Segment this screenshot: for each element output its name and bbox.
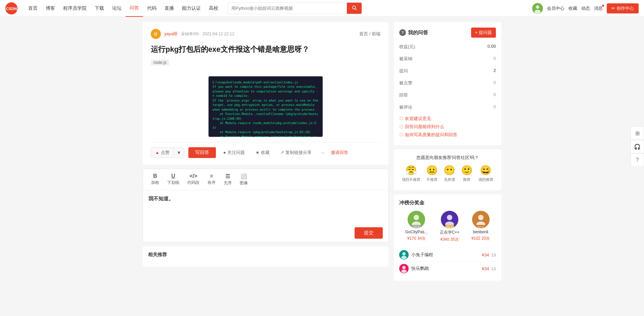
question-meta: 呀 yaya呀 采纳率0% 2021-04-12 22:12 首页 / 前端: [151, 29, 380, 39]
lb-list-avatar-1[interactable]: [399, 264, 409, 273]
editor-content[interactable]: 我不知道。: [143, 190, 388, 224]
nav-code[interactable]: 代码: [143, 0, 160, 17]
author-name[interactable]: yaya呀: [164, 31, 178, 37]
nav-school[interactable]: 高校: [205, 0, 222, 17]
emoji-recommend[interactable]: 🙂 推荐: [461, 165, 473, 182]
emoji-against[interactable]: 😐 不推荐: [426, 165, 438, 182]
nav-academy[interactable]: 程序员学院: [59, 0, 91, 17]
logo[interactable]: CSDN: [5, 2, 17, 14]
laugh-emoji: 😄: [480, 165, 492, 176]
toolbar-ordered[interactable]: ≡ 有序: [203, 172, 220, 187]
reply-button[interactable]: 写回答: [188, 147, 216, 158]
lb-list-cnt-1: 14: [491, 266, 496, 271]
toolbar-image[interactable]: ⬜ 图像: [236, 172, 252, 187]
user-avatar[interactable]: [532, 3, 543, 14]
help-float-button[interactable]: ?: [631, 153, 644, 167]
lb-list-prize-0: ¥34: [482, 252, 489, 258]
share-icon: ↗: [280, 150, 284, 155]
nav-collect[interactable]: 收藏: [568, 5, 577, 11]
toolbar-code[interactable]: </> 代码段: [183, 172, 203, 187]
lb-list-cnt-0: 19: [491, 252, 496, 258]
svg-point-19: [402, 252, 406, 255]
upvote-arrow-icon: ▲: [155, 150, 159, 155]
link-feedback[interactable]: 欢迎建议意见: [399, 116, 496, 122]
nav-forum[interactable]: 论坛: [108, 0, 126, 17]
lb-list-avatar-0[interactable]: [399, 250, 409, 260]
create-btn[interactable]: ✏ 创作中心: [607, 3, 639, 13]
nav-download[interactable]: 下载: [91, 0, 108, 17]
question-tag[interactable]: node.js: [151, 60, 169, 66]
stat-label-3: 被点赞: [399, 79, 448, 87]
grid-float-button[interactable]: ⊞: [631, 126, 644, 140]
lb-prize-3: ¥102 20次: [471, 236, 490, 241]
rank-badge-2: no.2: [412, 225, 421, 228]
submit-button[interactable]: 提交: [355, 227, 383, 239]
upvote-button[interactable]: ▲ 点赞: [151, 148, 174, 158]
headset-icon: 🎧: [634, 144, 641, 150]
nav-message[interactable]: 消息: [594, 5, 603, 11]
collect-label: 收藏: [261, 150, 270, 156]
nav-cert[interactable]: 能力认证: [178, 0, 205, 17]
stat-value-2: 2: [448, 67, 496, 75]
stat-value-5: 0: [448, 103, 496, 112]
headset-float-button[interactable]: 🎧: [631, 140, 644, 153]
emoji-row: 😤 强烈不推荐 😐 不推荐 😶 无所谓 🙂 推荐 😄 强烈推荐: [399, 165, 496, 182]
svg-point-23: [401, 270, 407, 273]
nav-home[interactable]: 首页: [24, 0, 42, 17]
collect-button[interactable]: ★ 收藏: [252, 148, 273, 158]
ask-button[interactable]: + 提问题: [471, 28, 496, 38]
ordered-list-icon: ≡: [210, 173, 213, 179]
sidebar-links: 欢迎建议意见 回答问题能得到什么 如何写高质量的提问和回答: [399, 116, 496, 138]
breadcrumb: 首页 / 前端: [359, 31, 380, 37]
toolbar-unordered[interactable]: ☰ 无序: [220, 172, 236, 187]
toolbar-bold[interactable]: B 加粗: [147, 172, 163, 187]
lb-avatar-3[interactable]: no.3: [472, 211, 490, 228]
svg-point-6: [535, 10, 541, 14]
breadcrumb-frontend[interactable]: 前端: [372, 31, 380, 36]
share-button[interactable]: ↗ 复制链接分享: [277, 148, 315, 158]
leaderboard-title: 冲榜分奖金: [399, 200, 496, 206]
emoji-strongly-recommend[interactable]: 😄 强烈推荐: [478, 165, 493, 182]
related-title: 相关推荐: [148, 252, 383, 258]
vote-group: ▲ 点赞 ▼: [151, 147, 184, 158]
lb-avatar-2[interactable]: no.2: [408, 211, 425, 228]
lb-prize-1: ¥340 35次: [440, 237, 459, 242]
float-right-panel: ⊞ 🎧 ?: [631, 126, 644, 167]
lb-list-right-1: ¥34 14: [482, 266, 496, 271]
adoption-rate: 采纳率0%: [181, 31, 199, 37]
nav-membership[interactable]: 会员中心: [547, 5, 564, 11]
lb-list-left-1: 快乐鹦鹉: [399, 264, 429, 273]
downvote-button[interactable]: ▼: [174, 148, 184, 157]
nav-qa[interactable]: 问答: [126, 0, 143, 17]
related-section: 相关推荐: [143, 246, 388, 267]
breadcrumb-home[interactable]: 首页: [359, 31, 368, 36]
link-reward[interactable]: 回答问题能得到什么: [399, 124, 496, 130]
image-label: 图像: [240, 180, 248, 186]
lb-list-name-1: 快乐鹦鹉: [411, 266, 429, 272]
emoji-label-1: 不推荐: [426, 177, 438, 182]
search-button[interactable]: [347, 3, 362, 14]
recommend-card: 您愿意向朋友推荐'问答社区'吗？ 😤 强烈不推荐 😐 不推荐 😶 无所谓 🙂 推…: [394, 149, 501, 190]
lb-name-2: GoCityPas...: [405, 230, 428, 234]
leaderboard-card: 冲榜分奖金 no.2 GoCityPas... ¥170: [394, 194, 501, 281]
share-label: 复制链接分享: [285, 150, 312, 156]
qa-icon: ?: [399, 29, 406, 36]
follow-button[interactable]: ● 关注问题: [220, 148, 248, 158]
invite-button[interactable]: 邀请回答: [331, 150, 348, 156]
my-qa-header: ? 我的问答 + 提问题: [399, 28, 496, 38]
svg-point-20: [401, 256, 407, 259]
smile-emoji: 🙂: [461, 165, 473, 176]
search-input[interactable]: [228, 4, 347, 13]
stat-label-1: 被采纳: [399, 54, 448, 63]
link-quality[interactable]: 如何写高质量的提问和回答: [399, 132, 496, 138]
stats-grid: 收益(元) 0.00 被采纳 0 提问 2 被点赞 0 回答 0 被评论 0: [399, 42, 496, 112]
nav-live[interactable]: 直播: [160, 0, 178, 17]
emoji-strongly-against[interactable]: 😤 强烈不推荐: [402, 165, 420, 182]
lb-avatar-1[interactable]: no.1: [441, 211, 458, 228]
nav-blog[interactable]: 博客: [42, 0, 59, 17]
emoji-indifferent[interactable]: 😶 无所谓: [444, 165, 455, 182]
toolbar-underline[interactable]: U 下划线: [163, 172, 183, 187]
my-qa-title: ? 我的问答: [399, 29, 428, 36]
more-button[interactable]: ···: [319, 148, 327, 157]
nav-activity[interactable]: 动态: [581, 5, 590, 11]
